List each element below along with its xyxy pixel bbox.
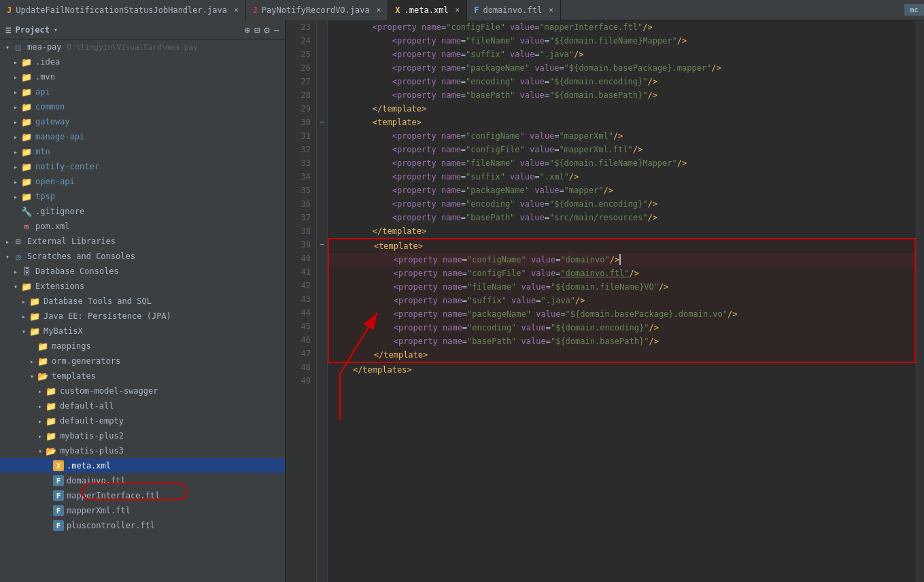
tab-label: UpdateFailNotificationStatusJobHandler.j… (16, 5, 227, 15)
tree-item-meta-xml[interactable]: X .meta.xml (0, 458, 285, 473)
sidebar-title: ≡ Project ▾ (5, 24, 58, 35)
item-label: pom.xml (35, 222, 70, 231)
code-editor[interactable]: <property name="configFile" value="mappe… (328, 20, 916, 582)
tab-label3: .meta.xml (405, 5, 449, 15)
tree-item-scratches[interactable]: ◎ Scratches and Consoles (0, 249, 285, 264)
tree-item-domainvo-ftl[interactable]: F domainvo.ftl (0, 473, 285, 488)
code-line-39: <template> (329, 239, 914, 253)
code-line-38: </template> (328, 224, 916, 238)
expand-arrow (19, 328, 29, 335)
ftl-icon: F (53, 475, 64, 486)
code-line-44: <property name="packageName" value="${do… (329, 307, 914, 321)
tree-item-tpsp[interactable]: 📁 tpsp (0, 189, 285, 204)
tab-close-btn3[interactable]: × (456, 5, 460, 14)
tree-item-mtn[interactable]: 📁 mtn (0, 144, 285, 159)
item-label: Java EE: Persistence (JPA) (44, 311, 171, 321)
code-line-42: <property name="fileName" value="${domai… (329, 280, 914, 294)
code-line-27: <property name="encoding" value="${domai… (328, 75, 916, 88)
tree-item-mybatisx[interactable]: 📁 MyBatisX (0, 324, 285, 339)
code-line-23: <property name="configFile" value="mappe… (328, 20, 916, 34)
code-line-46: <property name="basePath" value="${domai… (329, 335, 914, 348)
code-line-24: <property name="fileName" value="${domai… (328, 34, 916, 48)
item-label: gateway (35, 117, 70, 126)
module-folder-icon: 📁 (20, 160, 33, 173)
tree-item-orm-generators[interactable]: 📁 orm.generators (0, 354, 285, 369)
expand-arrow (11, 283, 20, 290)
tree-item-custom-model-swagger[interactable]: 📁 custom-model-swagger (0, 383, 285, 398)
expand-arrow (11, 178, 20, 186)
sidebar: ≡ Project ▾ ⊕ ⊟ ⚙ − ◫ mea-pay D (0, 20, 286, 582)
minus-icon[interactable]: − (274, 24, 279, 35)
fold-btn-30[interactable]: − (317, 116, 327, 129)
tree-item-open-api[interactable]: 📁 open-api (0, 174, 285, 189)
folder-icon: 📁 (45, 415, 57, 427)
tree-item-extensions[interactable]: 📁 Extensions (0, 279, 285, 294)
expand-arrow (3, 253, 12, 260)
tree-item-mapperinterface-ftl[interactable]: F mapperInterface.ftl (0, 488, 285, 503)
tree-item-jpa[interactable]: 📁 Java EE: Persistence (JPA) (0, 309, 285, 324)
item-label: mybatis-plus3 (60, 446, 124, 456)
expand-arrow (19, 298, 29, 305)
tab-ftl-icon: F (474, 5, 479, 15)
tree-item-mappings[interactable]: 📁 mappings (0, 339, 285, 354)
tree-item-gateway[interactable]: 📁 gateway (0, 114, 285, 129)
db-consoles-icon: 🗄 (20, 265, 33, 277)
tree-item-manage-api[interactable]: 📁 manage-api (0, 129, 285, 144)
module-folder-icon: 📁 (20, 131, 33, 143)
code-line-34: <property name="suffix" value=".xml"/> (328, 170, 916, 184)
tree-item-db-tools[interactable]: 📁 Database Tools and SQL (0, 294, 285, 309)
add-icon[interactable]: ⊕ (244, 24, 250, 35)
mc-badge[interactable]: mc (904, 4, 924, 16)
module-folder-icon: 📁 (20, 190, 33, 203)
fold-btn-39[interactable]: − (317, 238, 327, 252)
tree-item-default-all[interactable]: 📁 default-all (0, 398, 285, 413)
tab-close-btn[interactable]: × (234, 5, 239, 14)
pom-icon: ⊞ (20, 220, 33, 233)
item-label: mapperInterface.ftl (67, 491, 160, 500)
tree-item-mvn[interactable]: 📁 .mvn (0, 69, 285, 84)
tree-item-pom[interactable]: ⊞ pom.xml (0, 219, 285, 234)
tree-item-idea[interactable]: 📁 .idea (0, 54, 285, 69)
tree-item-notify-center[interactable]: 📁 notify-center (0, 159, 285, 174)
expand-arrow (11, 58, 20, 66)
code-line-40: <property name="configName" value="domai… (329, 253, 914, 267)
settings-icon[interactable]: ⚙ (264, 24, 269, 35)
tree-item-api[interactable]: 📁 api (0, 84, 285, 99)
tree-item-templates[interactable]: 📂 templates (0, 369, 285, 383)
tab-pay-notify[interactable]: J PayNotifyRecordVO.java × (246, 0, 389, 20)
tree-item-mapperxml-ftl[interactable]: F mapperXml.ftl (0, 503, 285, 518)
tab-label2: PayNotifyRecordVO.java (262, 5, 370, 15)
module-folder-icon: 📁 (20, 86, 33, 98)
item-label: Extensions (35, 281, 84, 291)
align-icon[interactable]: ⊟ (254, 24, 260, 35)
app-container: J UpdateFailNotificationStatusJobHandler… (0, 0, 924, 582)
folder-icon: 📁 (29, 310, 41, 322)
expand-arrow (35, 417, 45, 425)
tree-item-db-consoles[interactable]: 🗄 Database Consoles (0, 264, 285, 279)
tree-item-common[interactable]: 📁 common (0, 99, 285, 114)
item-label: .meta.xml (67, 461, 111, 470)
tree-item-mea-pay[interactable]: ◫ mea-pay D:\lingyin\VisualCard\mea-pay (0, 39, 285, 54)
tab-close-btn4[interactable]: × (549, 5, 553, 14)
item-label: open-api (35, 177, 75, 186)
folder-icon: 📁 (37, 355, 49, 367)
tab-meta-xml[interactable]: X .meta.xml × (388, 0, 467, 20)
tab-domainvo[interactable]: F domainvo.ftl × (467, 0, 561, 20)
item-label: mappings (52, 341, 91, 351)
tree-item-ext-libs[interactable]: ⊟ External Libraries (0, 234, 285, 249)
tree-item-mybatis-plus2[interactable]: 📁 mybatis-plus2 (0, 428, 285, 443)
tree-item-default-empty[interactable]: 📁 default-empty (0, 413, 285, 428)
expand-arrow (11, 118, 20, 126)
expand-arrow (11, 193, 20, 201)
tree-item-mybatis-plus3[interactable]: 📂 mybatis-plus3 (0, 443, 285, 458)
tree-item-pluscontroller-ftl[interactable]: F pluscontroller.ftl (0, 518, 285, 533)
code-line-36: <property name="encoding" value="${domai… (328, 197, 916, 211)
tree-item-gitignore[interactable]: 🔧 .gitignore (0, 204, 285, 219)
expand-arrow (35, 388, 45, 395)
item-label: api (35, 87, 50, 97)
folder-icon: 📁 (29, 295, 41, 307)
folder-icon: 📁 (45, 430, 57, 442)
dropdown-arrow[interactable]: ▾ (54, 26, 58, 33)
tab-close-btn2[interactable]: × (377, 5, 381, 14)
tab-update-fail[interactable]: J UpdateFailNotificationStatusJobHandler… (0, 0, 246, 20)
